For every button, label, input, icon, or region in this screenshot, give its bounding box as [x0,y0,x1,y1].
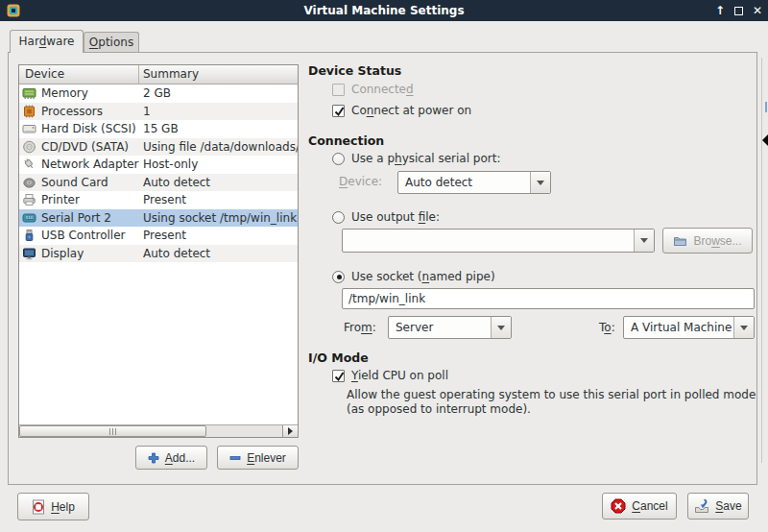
table-row-hard-disk[interactable]: Hard Disk (SCSI) 15 GB [19,120,298,138]
device-name: Serial Port 2 [41,211,111,225]
yield-cpu-checkbox[interactable] [332,370,345,382]
from-dropdown[interactable]: Server [388,316,512,339]
from-label-row: From: [344,321,376,334]
titlebar: Virtual Machine Settings ↑ ✕ [0,0,768,21]
yield-cpu-checkbox-row[interactable]: Yield CPU on poll [332,369,448,382]
physical-device-value: Auto detect [398,176,530,189]
device-name: Hard Disk (SCSI) [41,122,136,135]
physical-port-radio[interactable] [332,153,345,165]
device-table-rows: Memory 2 GB Processors 1 Hard Disk (SCSI… [19,85,298,424]
device-summary: 1 [139,105,298,118]
device-summary: Using socket /tmp/win_link [139,211,298,225]
help-button[interactable]: Help [17,493,89,520]
connection-header: Connection [308,133,384,148]
serial-port-icon: 010 [22,211,37,225]
cd-dvd-icon [22,140,37,154]
table-row-cd-dvd[interactable]: CD/DVD (SATA) Using file /data/downloads… [19,138,298,157]
cancel-button[interactable]: Cancel [602,493,677,520]
physical-port-radio-row[interactable]: Use a physical serial port: [332,152,500,165]
processor-icon [22,105,37,118]
window-title: Virtual Machine Settings [0,4,768,17]
from-label: From: [344,321,376,334]
device-summary: Host-only [139,157,298,171]
device-name: CD/DVD (SATA) [41,140,129,154]
shade-window-icon[interactable]: ↑ [715,0,725,21]
network-icon [22,157,37,171]
printer-icon [22,193,37,206]
output-file-radio[interactable] [332,211,345,224]
table-row-sound-card[interactable]: Sound Card Auto detect [19,174,298,192]
cancel-button-label: Cancel [632,499,667,513]
table-row-network-adapter[interactable]: Network Adapter Host-only [19,156,298,174]
chevron-down-icon [634,230,654,252]
to-dropdown[interactable]: A Virtual Machine [623,316,755,339]
table-row-processors[interactable]: Processors 1 [19,103,298,121]
device-summary: Using file /data/downloads/w [139,140,298,154]
chevron-down-icon [733,317,754,338]
socket-path-input[interactable] [342,288,755,309]
device-summary: Auto detect [139,247,298,260]
device-summary: Present [139,193,298,206]
scrollbar-right-arrow[interactable] [282,425,298,437]
help-icon [32,499,45,515]
device-summary: 2 GB [139,86,298,100]
device-name: Sound Card [41,176,108,189]
socket-radio[interactable] [332,271,345,283]
folder-icon [673,234,687,247]
edge-triangle-icon [762,134,768,146]
device-summary: Auto detect [139,176,298,189]
table-row-display[interactable]: Display Auto detect [19,245,298,263]
output-file-dropdown[interactable] [342,229,655,253]
connected-checkbox-row: Connected [332,83,414,96]
device-name: Network Adapter [41,157,139,171]
add-button[interactable]: Add... [135,446,207,470]
remove-button-label: Enlever [247,451,286,465]
vmware-app-icon [7,4,20,17]
close-window-icon[interactable]: ✕ [753,0,762,21]
to-value: A Virtual Machine [624,321,733,334]
device-name: Printer [41,193,80,206]
usb-icon [22,229,37,242]
tab-hardware[interactable]: Hardware [10,30,84,53]
maximize-window-icon[interactable] [734,7,743,15]
display-icon [22,247,37,260]
svg-text:010: 010 [26,215,34,220]
chevron-down-icon [491,317,511,338]
physical-device-dropdown[interactable]: Auto detect [397,171,551,194]
to-label-row: To: [599,321,615,334]
socket-radio-row[interactable]: Use socket (named pipe) [332,270,495,283]
memory-icon [22,86,37,100]
column-header-device[interactable]: Device [19,65,139,84]
table-row-usb-controller[interactable]: USB Controller Present [19,227,298,245]
browse-button-label: Browse... [693,234,741,248]
device-select-label: Device: [339,175,382,188]
connect-power-checkbox[interactable] [332,105,345,117]
device-summary: Present [139,229,298,242]
device-name: Processors [41,105,103,118]
output-file-radio-row[interactable]: Use output file: [332,210,440,224]
connected-label: Connected [351,83,414,96]
column-header-summary[interactable]: Summary [139,65,298,84]
device-name: USB Controller [41,229,125,242]
physical-port-label: Use a physical serial port: [351,152,500,165]
connect-power-checkbox-row[interactable]: Connect at power on [332,104,471,117]
save-icon [694,498,709,514]
save-button[interactable]: Save [687,493,749,520]
scrollbar-thumb[interactable] [19,425,206,437]
table-row-printer[interactable]: Printer Present [19,191,298,209]
horizontal-scrollbar[interactable] [19,424,298,437]
table-row-serial-port-2[interactable]: 010Serial Port 2 Using socket /tmp/win_l… [19,209,298,228]
chevron-down-icon [530,172,550,193]
minus-icon [229,452,241,464]
tab-options[interactable]: Options [84,32,139,53]
device-table-header: Device Summary [19,65,298,85]
device-name: Memory [41,86,88,100]
device-table: Device Summary Memory 2 GB Processors 1 … [18,64,299,438]
remove-button[interactable]: Enlever [217,446,299,470]
save-button-label: Save [715,499,741,513]
table-row-memory[interactable]: Memory 2 GB [19,85,298,103]
device-summary: 15 GB [139,122,298,135]
add-button-label: Add... [165,451,195,465]
help-button-label: Help [51,500,75,514]
socket-label: Use socket (named pipe) [351,270,495,283]
